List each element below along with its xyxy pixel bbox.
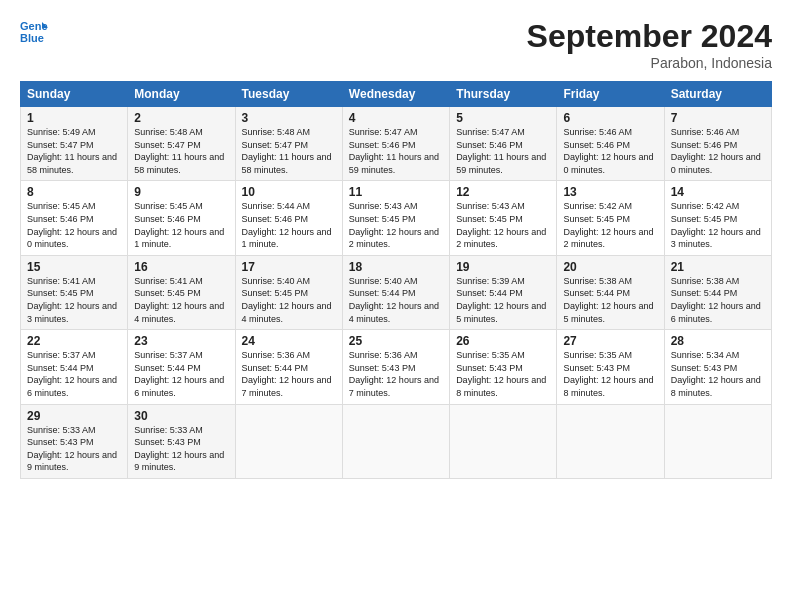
day-3: 3 Sunrise: 5:48 AMSunset: 5:47 PMDayligh… (235, 107, 342, 181)
day-21: 21 Sunrise: 5:38 AMSunset: 5:44 PMDaylig… (664, 255, 771, 329)
day-20: 20 Sunrise: 5:38 AMSunset: 5:44 PMDaylig… (557, 255, 664, 329)
day-11: 11 Sunrise: 5:43 AMSunset: 5:45 PMDaylig… (342, 181, 449, 255)
day-23: 23 Sunrise: 5:37 AMSunset: 5:44 PMDaylig… (128, 330, 235, 404)
svg-text:Blue: Blue (20, 32, 44, 44)
day-14: 14 Sunrise: 5:42 AMSunset: 5:45 PMDaylig… (664, 181, 771, 255)
day-30: 30 Sunrise: 5:33 AMSunset: 5:43 PMDaylig… (128, 404, 235, 478)
col-thursday: Thursday (450, 82, 557, 107)
empty-cell (342, 404, 449, 478)
calendar-table: Sunday Monday Tuesday Wednesday Thursday… (20, 81, 772, 479)
title-block: September 2024 Parabon, Indonesia (527, 18, 772, 71)
col-friday: Friday (557, 82, 664, 107)
table-row: 15 Sunrise: 5:41 AMSunset: 5:45 PMDaylig… (21, 255, 772, 329)
empty-cell (664, 404, 771, 478)
day-28: 28 Sunrise: 5:34 AMSunset: 5:43 PMDaylig… (664, 330, 771, 404)
day-10: 10 Sunrise: 5:44 AMSunset: 5:46 PMDaylig… (235, 181, 342, 255)
month-title: September 2024 (527, 18, 772, 55)
table-row: 29 Sunrise: 5:33 AMSunset: 5:43 PMDaylig… (21, 404, 772, 478)
location: Parabon, Indonesia (527, 55, 772, 71)
col-tuesday: Tuesday (235, 82, 342, 107)
day-24: 24 Sunrise: 5:36 AMSunset: 5:44 PMDaylig… (235, 330, 342, 404)
day-22: 22 Sunrise: 5:37 AMSunset: 5:44 PMDaylig… (21, 330, 128, 404)
day-26: 26 Sunrise: 5:35 AMSunset: 5:43 PMDaylig… (450, 330, 557, 404)
day-16: 16 Sunrise: 5:41 AMSunset: 5:45 PMDaylig… (128, 255, 235, 329)
day-9: 9 Sunrise: 5:45 AMSunset: 5:46 PMDayligh… (128, 181, 235, 255)
page: General Blue September 2024 Parabon, Ind… (0, 0, 792, 612)
day-8: 8 Sunrise: 5:45 AMSunset: 5:46 PMDayligh… (21, 181, 128, 255)
day-25: 25 Sunrise: 5:36 AMSunset: 5:43 PMDaylig… (342, 330, 449, 404)
day-1: 1 Sunrise: 5:49 AMSunset: 5:47 PMDayligh… (21, 107, 128, 181)
day-15: 15 Sunrise: 5:41 AMSunset: 5:45 PMDaylig… (21, 255, 128, 329)
header: General Blue September 2024 Parabon, Ind… (20, 18, 772, 71)
col-sunday: Sunday (21, 82, 128, 107)
day-12: 12 Sunrise: 5:43 AMSunset: 5:45 PMDaylig… (450, 181, 557, 255)
col-wednesday: Wednesday (342, 82, 449, 107)
table-row: 8 Sunrise: 5:45 AMSunset: 5:46 PMDayligh… (21, 181, 772, 255)
day-2: 2 Sunrise: 5:48 AMSunset: 5:47 PMDayligh… (128, 107, 235, 181)
day-17: 17 Sunrise: 5:40 AMSunset: 5:45 PMDaylig… (235, 255, 342, 329)
empty-cell (450, 404, 557, 478)
empty-cell (235, 404, 342, 478)
day-6: 6 Sunrise: 5:46 AMSunset: 5:46 PMDayligh… (557, 107, 664, 181)
day-29: 29 Sunrise: 5:33 AMSunset: 5:43 PMDaylig… (21, 404, 128, 478)
day-4: 4 Sunrise: 5:47 AMSunset: 5:46 PMDayligh… (342, 107, 449, 181)
day-18: 18 Sunrise: 5:40 AMSunset: 5:44 PMDaylig… (342, 255, 449, 329)
col-monday: Monday (128, 82, 235, 107)
table-row: 1 Sunrise: 5:49 AMSunset: 5:47 PMDayligh… (21, 107, 772, 181)
day-7: 7 Sunrise: 5:46 AMSunset: 5:46 PMDayligh… (664, 107, 771, 181)
header-row: Sunday Monday Tuesday Wednesday Thursday… (21, 82, 772, 107)
day-5: 5 Sunrise: 5:47 AMSunset: 5:46 PMDayligh… (450, 107, 557, 181)
day-13: 13 Sunrise: 5:42 AMSunset: 5:45 PMDaylig… (557, 181, 664, 255)
day-27: 27 Sunrise: 5:35 AMSunset: 5:43 PMDaylig… (557, 330, 664, 404)
logo: General Blue (20, 18, 50, 46)
empty-cell (557, 404, 664, 478)
day-19: 19 Sunrise: 5:39 AMSunset: 5:44 PMDaylig… (450, 255, 557, 329)
col-saturday: Saturday (664, 82, 771, 107)
table-row: 22 Sunrise: 5:37 AMSunset: 5:44 PMDaylig… (21, 330, 772, 404)
